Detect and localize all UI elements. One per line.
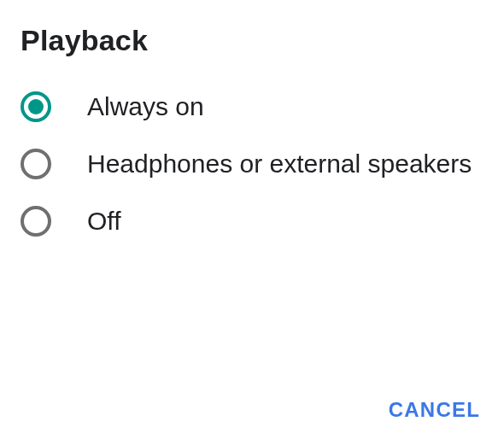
dialog-title: Playback [21, 24, 483, 57]
radio-option-always-on[interactable]: Always on [21, 90, 483, 123]
radio-group: Always on Headphones or external speaker… [21, 90, 483, 237]
radio-icon [21, 149, 51, 179]
radio-label: Off [87, 204, 120, 237]
radio-label: Always on [87, 90, 204, 123]
radio-label: Headphones or external speakers [87, 147, 472, 180]
cancel-button[interactable]: CANCEL [389, 398, 480, 422]
dialog-actions: CANCEL [389, 398, 480, 422]
radio-option-off[interactable]: Off [21, 204, 483, 237]
radio-option-headphones[interactable]: Headphones or external speakers [21, 147, 483, 180]
radio-icon [21, 91, 51, 122]
radio-icon [21, 206, 51, 237]
